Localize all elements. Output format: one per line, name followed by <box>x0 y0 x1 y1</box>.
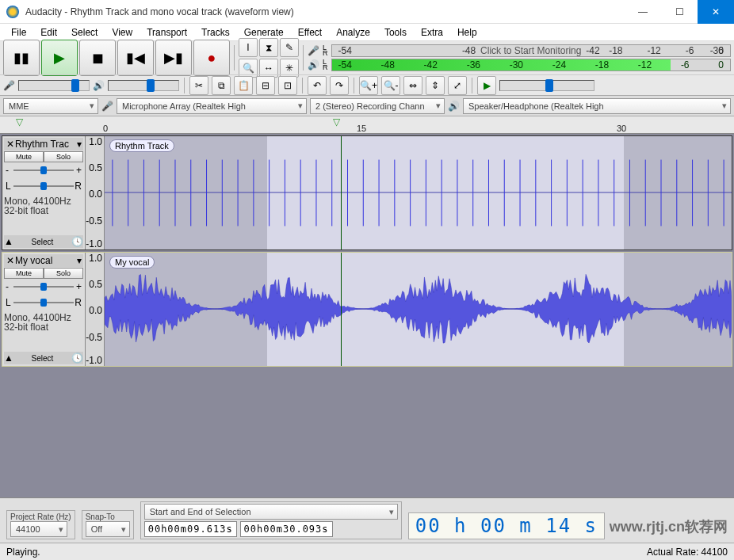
playback-meter[interactable]: -54-48-42-36-30-24-18-12-60 <box>331 59 732 71</box>
speaker-device-icon: 🔊 <box>448 101 460 112</box>
track-select-button[interactable]: Select <box>13 238 71 246</box>
clip-label[interactable]: Rhythm Track <box>109 139 174 152</box>
maximize-button[interactable]: ☐ <box>661 0 698 24</box>
selection-tool-button[interactable]: I <box>239 38 258 57</box>
menu-analyze[interactable]: Analyze <box>330 25 377 40</box>
track-select-button[interactable]: Select <box>13 354 71 363</box>
selection-mode-combo[interactable]: Start and End of Selection <box>144 504 398 520</box>
speaker-slider-icon: 🔊 <box>93 80 105 91</box>
skip-end-button[interactable]: ▶▮ <box>155 40 192 76</box>
track-name[interactable]: My vocal <box>15 255 77 266</box>
recording-volume-slider[interactable] <box>18 80 90 91</box>
play-button[interactable]: ▶ <box>41 40 78 76</box>
quickplay-start-icon[interactable]: ▽ <box>16 116 23 128</box>
playhead-icon[interactable]: ▽ <box>333 116 340 128</box>
menu-effect[interactable]: Effect <box>292 25 328 40</box>
menu-transport[interactable]: Transport <box>140 25 193 40</box>
zoom-in-button[interactable]: 🔍+ <box>359 76 378 95</box>
vertical-scale[interactable]: 1.00.50.0-0.5-1.0 <box>86 136 105 250</box>
pan-slider[interactable]: LR <box>6 297 82 308</box>
track-control-panel[interactable]: ✕ My vocal ▾ Mute Solo -+ LR Mono, 44100… <box>2 253 86 366</box>
zoom-out-button[interactable]: 🔍- <box>381 76 400 95</box>
app-logo-icon <box>6 6 19 18</box>
paste-button[interactable]: 📋 <box>234 76 253 95</box>
play-at-speed-button[interactable]: ▶ <box>477 76 496 95</box>
pause-button[interactable]: ▮▮ <box>3 40 40 76</box>
track-close-button[interactable]: ✕ <box>6 139 15 150</box>
selection-start-input[interactable]: 00h00m09.613s <box>144 521 237 537</box>
snap-to-combo[interactable]: Off <box>86 521 130 537</box>
selection-toolbar: Project Rate (Hz) 44100 Snap-To Off Star… <box>0 497 734 543</box>
timeline-ruler[interactable]: ▽ 0 ▽ 15 30 <box>0 116 734 134</box>
mute-button[interactable]: Mute <box>4 268 44 279</box>
recording-meter[interactable]: -54-48-42-36 Click to Start Monitoring -… <box>331 44 732 57</box>
mute-button[interactable]: Mute <box>4 151 44 162</box>
time-display[interactable]: 00 h 00 m 14 s <box>408 512 605 539</box>
play-speed-slider[interactable] <box>499 80 594 91</box>
recording-device-combo[interactable]: Microphone Array (Realtek High <box>117 98 307 114</box>
mic-device-icon: 🎤 <box>101 101 113 112</box>
collapse-icon[interactable]: ▲ <box>4 352 13 364</box>
device-toolbar: MME 🎤 Microphone Array (Realtek High 2 (… <box>0 96 734 116</box>
menu-help[interactable]: Help <box>451 25 484 40</box>
menu-tools[interactable]: Tools <box>378 25 413 40</box>
zoom-toggle-button[interactable]: ⤢ <box>448 76 467 95</box>
playback-volume-slider[interactable] <box>108 80 179 91</box>
track-format-label: Mono, 44100Hz32-bit float <box>4 197 83 216</box>
mic-icon: 🎤 <box>308 45 319 56</box>
recording-channels-combo[interactable]: 2 (Stereo) Recording Chann <box>310 98 445 114</box>
minimize-button[interactable]: — <box>625 0 661 24</box>
playback-device-combo[interactable]: Speaker/Headphone (Realtek High <box>463 98 731 114</box>
track-control-panel[interactable]: ✕ Rhythm Trac ▾ Mute Solo -+ LR Mono, 44… <box>2 136 86 250</box>
undo-button[interactable]: ↶ <box>308 76 327 95</box>
menu-extra[interactable]: Extra <box>415 25 449 40</box>
close-button[interactable]: ✕ <box>698 0 734 24</box>
window-title: Audacity - Rhythm Track and mono vocal t… <box>25 6 625 17</box>
record-button[interactable]: ● <box>193 40 230 76</box>
draw-tool-button[interactable]: ✎ <box>280 38 299 57</box>
rec-channel-label: LR <box>323 45 328 56</box>
project-rate-combo[interactable]: 44100 <box>10 521 67 537</box>
track-close-button[interactable]: ✕ <box>6 255 15 266</box>
audio-host-combo[interactable]: MME <box>3 98 98 114</box>
ruler-tick: 15 <box>357 124 366 133</box>
envelope-tool-button[interactable]: ⧗ <box>259 38 278 57</box>
redo-button[interactable]: ↷ <box>330 76 349 95</box>
collapse-icon[interactable]: ▲ <box>4 236 13 247</box>
clip-label[interactable]: My vocal <box>109 256 155 269</box>
menubar: File Edit Select View Transport Tracks G… <box>0 24 734 41</box>
track-name[interactable]: Rhythm Trac <box>15 139 77 150</box>
menu-file[interactable]: File <box>5 25 32 40</box>
silence-button[interactable]: ⊡ <box>278 76 297 95</box>
solo-button[interactable]: Solo <box>44 268 83 279</box>
pan-slider[interactable]: LR <box>6 181 82 192</box>
status-bar: Playing. Actual Rate: 44100 <box>0 543 734 560</box>
menu-select[interactable]: Select <box>65 25 104 40</box>
menu-edit[interactable]: Edit <box>34 25 63 40</box>
cut-button[interactable]: ✂ <box>189 76 208 95</box>
track-format-label: Mono, 44100Hz32-bit float <box>4 314 83 333</box>
trim-button[interactable]: ⊟ <box>256 76 275 95</box>
waveform-display[interactable]: Rhythm Track <box>105 136 732 250</box>
project-rate-label: Project Rate (Hz) <box>10 512 71 521</box>
actual-rate-label: Actual Rate: 44100 <box>647 547 728 558</box>
menu-generate[interactable]: Generate <box>238 25 290 40</box>
waveform-display[interactable]: My vocal <box>105 253 732 366</box>
gain-slider[interactable]: -+ <box>6 281 82 292</box>
stop-button[interactable]: ◼ <box>79 40 116 76</box>
track-menu-icon[interactable]: ▾ <box>77 139 82 150</box>
menu-view[interactable]: View <box>105 25 139 40</box>
solo-button[interactable]: Solo <box>44 151 83 162</box>
fit-selection-button[interactable]: ⇔ <box>403 76 422 95</box>
sync-lock-icon: 🕓 <box>71 352 83 364</box>
gain-slider[interactable]: -+ <box>6 165 82 176</box>
fit-project-button[interactable]: ⇕ <box>426 76 445 95</box>
track-menu-icon[interactable]: ▾ <box>77 255 82 266</box>
snap-to-label: Snap-To <box>86 512 130 521</box>
menu-tracks[interactable]: Tracks <box>195 25 236 40</box>
selection-end-input[interactable]: 00h00m30.093s <box>240 521 333 537</box>
skip-start-button[interactable]: ▮◀ <box>117 40 154 76</box>
copy-button[interactable]: ⧉ <box>212 76 231 95</box>
ruler-tick: 30 <box>617 124 626 133</box>
vertical-scale[interactable]: 1.00.50.0-0.5-1.0 <box>86 253 105 366</box>
